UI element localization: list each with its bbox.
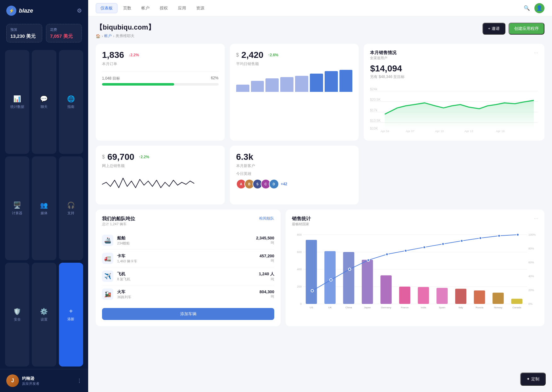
sidebar-item-settings[interactable]: ⚙️ 设置: [32, 263, 56, 367]
user-menu-icon[interactable]: ⋮: [77, 378, 82, 384]
svg-text:100%: 100%: [528, 233, 536, 236]
avg-sales-card: $ 2,420 ↑2.6% 平均日销售额: [230, 44, 359, 141]
budget-value: 13,230 美元: [10, 33, 38, 39]
sidebar-item-add[interactable]: + 添新: [59, 263, 83, 367]
fleet-item-船舶: 🚢 船舶 234艘船 2,345,500 吨: [102, 232, 274, 249]
progress-label: 1,048 目标: [102, 76, 120, 81]
sidebar-settings-icon[interactable]: ⚙: [77, 7, 82, 14]
fleet-icon: 🚢: [102, 235, 113, 246]
fleet-icon: 🚂: [102, 288, 113, 300]
sales-chart-card: 销售统计 最畅销国家 ··· 8006004002000100%80%60%40…: [286, 210, 544, 326]
sidebar: ⚡ blaze ⚙ 预算 13,230 美元 花费 7,057 美元 📊 统计数…: [0, 0, 88, 392]
tab-dashboard[interactable]: 仪表板: [96, 3, 117, 13]
sidebar-item-guide[interactable]: 🌐 指南: [59, 50, 83, 154]
chart-subtitle: 最畅销国家: [292, 222, 311, 227]
sidebar-item-chat[interactable]: 💬 聊天: [32, 50, 56, 154]
svg-text:400: 400: [297, 268, 302, 271]
svg-rect-42: [418, 287, 429, 304]
svg-text:Apr 07: Apr 07: [406, 130, 414, 133]
progress-bar: [102, 83, 219, 86]
svg-point-59: [404, 249, 407, 252]
svg-text:0%: 0%: [528, 302, 532, 305]
monthly-more-btn[interactable]: ···: [534, 50, 538, 56]
svg-text:Japan: Japan: [364, 306, 371, 309]
sidebar-header: ⚡ blaze ⚙: [0, 0, 88, 21]
new-customers-value: 6.3k: [236, 152, 253, 162]
sidebar-item-security[interactable]: 🛡️ 安全: [5, 263, 29, 367]
tab-apps[interactable]: 应用: [174, 3, 191, 13]
mini-bar-0: [236, 85, 249, 92]
breadcrumb: 🏠 › 帐户 › 奥弗维耶夫: [96, 33, 155, 39]
total-sales-value: 69,700: [107, 152, 134, 162]
total-sales-card: $ 69,700 ↑2.2% 网上总销售额: [96, 146, 225, 204]
stats-icon: 📊: [13, 95, 21, 103]
monthly-subtitle: 全渠道用户: [370, 56, 396, 60]
expense-card: 花费 7,057 美元: [46, 24, 82, 42]
svg-text:$13.5K: $13.5K: [370, 119, 381, 122]
tab-pages[interactable]: 页数: [119, 3, 136, 13]
svg-text:Apr 04: Apr 04: [381, 130, 389, 133]
monthly-sub: 另有 $48,346 至目标: [370, 74, 538, 80]
svg-text:US: US: [310, 306, 313, 309]
svg-point-64: [498, 234, 500, 237]
add-vehicle-button[interactable]: 添加车辆: [102, 308, 274, 320]
tab-resources[interactable]: 资源: [192, 3, 209, 13]
customize-button[interactable]: ✦ 定制: [520, 372, 546, 386]
fleet-title: 我们的船队吨位: [102, 216, 135, 222]
mini-bar-1: [251, 81, 264, 92]
svg-text:France: France: [401, 306, 409, 309]
fleet-item-飞机: ✈️ 飞机 8 架飞机 1,240 人 吨: [102, 267, 274, 285]
search-icon[interactable]: 🔍: [522, 3, 532, 13]
svg-text:Italy: Italy: [458, 306, 463, 309]
avg-sales-change: ↑2.6%: [266, 52, 280, 58]
fleet-items: 🚢 船舶 234艘船 2,345,500 吨 🚛 卡车 1,460 辆卡车 45…: [102, 232, 274, 303]
sidebar-item-stats[interactable]: 📊 统计数据: [5, 50, 29, 154]
orders-card: 1,836 ↓2.2% 本月订单 1,048 目标 62%: [96, 44, 225, 141]
tab-auth[interactable]: 授权: [155, 3, 172, 13]
svg-text:20%: 20%: [528, 288, 534, 292]
mini-bar-6: [325, 71, 338, 92]
mini-bar-2: [265, 78, 279, 92]
create-app-button[interactable]: 创建应用程序: [509, 23, 544, 35]
budget-label: 预算: [10, 27, 38, 32]
invite-button[interactable]: + 邀请: [482, 23, 505, 35]
user-avatar: J: [6, 374, 19, 387]
mini-bar-3: [280, 77, 293, 92]
mini-bar-7: [339, 70, 353, 92]
svg-text:China: China: [345, 306, 352, 309]
svg-rect-36: [362, 260, 373, 304]
fleet-link[interactable]: 检阅舰队: [259, 216, 274, 221]
svg-rect-48: [474, 290, 485, 304]
sidebar-item-media[interactable]: 👥 媒体: [32, 156, 56, 260]
page-header: 【biqubiqu.com】 🏠 › 帐户 › 奥弗维耶夫 + 邀请 创建应用程…: [96, 23, 544, 39]
add-icon: +: [69, 308, 73, 315]
media-icon: 👥: [40, 201, 48, 209]
svg-rect-32: [324, 251, 336, 304]
hero-avatar-5: D: [269, 179, 279, 189]
monthly-big-value: $14,094: [370, 64, 538, 74]
avg-sales-label: 平均日销售额: [236, 61, 353, 67]
support-icon: 🎧: [67, 201, 75, 209]
stats-row: 1,836 ↓2.2% 本月订单 1,048 目标 62% $ 2,420: [96, 44, 544, 141]
svg-rect-30: [306, 240, 317, 304]
logo-area: ⚡ blaze: [6, 6, 33, 16]
svg-point-60: [423, 246, 426, 249]
logo-text: blaze: [19, 8, 33, 14]
avg-sales-value: 2,420: [242, 50, 264, 60]
expense-value: 7,057 美元: [50, 33, 78, 39]
sidebar-item-support[interactable]: 🎧 支持: [59, 156, 83, 260]
chart-more-btn[interactable]: ···: [534, 216, 538, 221]
svg-text:Spain: Spain: [439, 306, 445, 309]
tab-account[interactable]: 帐户: [137, 3, 154, 13]
user-section: J 约翰逊 反应开发者 ⋮: [0, 369, 88, 392]
progress-fill: [102, 83, 174, 86]
sidebar-item-calculator[interactable]: 🖥️ 计算器: [5, 156, 29, 260]
page-actions: + 邀请 创建应用程序: [482, 23, 544, 35]
svg-point-54: [311, 289, 314, 292]
svg-text:Apr 16: Apr 16: [496, 130, 505, 133]
monthly-card: 本月销售情况 全渠道用户 ··· $14,094 另有 $48,346 至目标: [364, 44, 544, 141]
total-sales-label: 网上总销售额: [102, 163, 219, 169]
user-icon[interactable]: 👤: [534, 3, 544, 13]
second-stats-row: $ 69,700 ↑2.2% 网上总销售额 6.3k 本月新客户 今日英雄: [96, 146, 544, 204]
svg-rect-46: [455, 289, 467, 304]
